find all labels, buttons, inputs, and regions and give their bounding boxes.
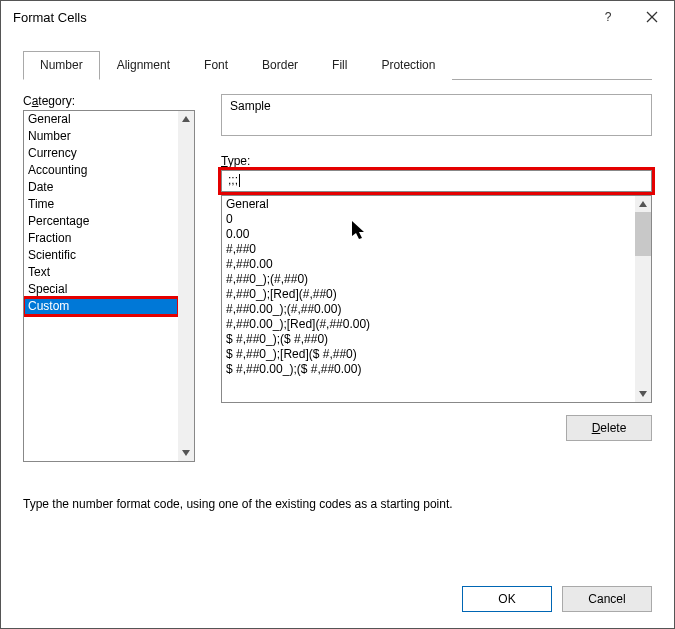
format-item[interactable]: 0 [226,212,631,227]
category-item-custom[interactable]: Custom [24,298,178,315]
category-item[interactable]: Fraction [24,230,178,247]
right-pane: Sample Type: ;;; General 0 0.00 #,##0 #,… [221,94,652,462]
format-item[interactable]: #,##0_);[Red](#,##0) [226,287,631,302]
scroll-thumb[interactable] [635,212,651,256]
tab-number[interactable]: Number [23,51,100,80]
format-items: General 0 0.00 #,##0 #,##0.00 #,##0_);(#… [222,196,635,402]
category-item[interactable]: Special [24,281,178,298]
category-listbox[interactable]: General Number Currency Accounting Date … [23,110,195,462]
scroll-up-icon[interactable] [635,196,651,212]
category-label: Category: [23,94,195,108]
format-item[interactable]: $ #,##0_);[Red]($ #,##0) [226,347,631,362]
dialog-footer: OK Cancel [462,586,652,612]
category-item[interactable]: Currency [24,145,178,162]
format-item[interactable]: $ #,##0_);($ #,##0) [226,332,631,347]
format-item[interactable]: 0.00 [226,227,631,242]
tab-border[interactable]: Border [245,51,315,80]
scroll-up-icon[interactable] [178,111,194,127]
category-items: General Number Currency Accounting Date … [24,111,178,461]
text-caret [239,174,240,187]
mouse-cursor-icon [352,221,368,244]
category-scrollbar[interactable] [178,111,194,461]
svg-marker-2 [182,116,190,122]
tab-font[interactable]: Font [187,51,245,80]
dialog-title: Format Cells [13,10,586,25]
type-input-value: ;;; [228,173,238,187]
category-item[interactable]: Time [24,196,178,213]
category-item[interactable]: Number [24,128,178,145]
delete-row: Delete [221,415,652,441]
close-icon [646,11,658,23]
category-item[interactable]: Scientific [24,247,178,264]
format-item[interactable]: #,##0_);(#,##0) [226,272,631,287]
help-button[interactable]: ? [586,2,630,32]
svg-marker-4 [639,201,647,207]
cancel-button[interactable]: Cancel [562,586,652,612]
svg-marker-5 [639,391,647,397]
format-listbox[interactable]: General 0 0.00 #,##0 #,##0.00 #,##0_);(#… [221,195,652,403]
dialog-body: Category: General Number Currency Accoun… [1,80,674,462]
scroll-down-icon[interactable] [178,445,194,461]
category-item[interactable]: Date [24,179,178,196]
left-pane: Category: General Number Currency Accoun… [23,94,195,462]
ok-button[interactable]: OK [462,586,552,612]
delete-button[interactable]: Delete [566,415,652,441]
svg-marker-3 [182,450,190,456]
type-label: Type: [221,154,652,168]
close-button[interactable] [630,2,674,32]
tab-alignment[interactable]: Alignment [100,51,187,80]
tab-protection[interactable]: Protection [364,51,452,80]
help-icon: ? [605,10,612,24]
hint-text: Type the number format code, using one o… [23,497,453,511]
category-item[interactable]: Accounting [24,162,178,179]
tab-fill[interactable]: Fill [315,51,364,80]
tab-row: Number Alignment Font Border Fill Protec… [23,51,674,80]
sample-label: Sample [230,99,643,113]
category-item[interactable]: Percentage [24,213,178,230]
format-item[interactable]: #,##0.00 [226,257,631,272]
titlebar: Format Cells ? [1,1,674,33]
sample-box: Sample [221,94,652,136]
format-item[interactable]: $ #,##0.00_);($ #,##0.00) [226,362,631,377]
svg-marker-6 [352,221,364,239]
category-item[interactable]: Text [24,264,178,281]
category-item[interactable]: General [24,111,178,128]
type-input[interactable]: ;;; [221,170,652,192]
format-item[interactable]: General [226,197,631,212]
format-item[interactable]: #,##0.00_);[Red](#,##0.00) [226,317,631,332]
scroll-down-icon[interactable] [635,386,651,402]
format-item[interactable]: #,##0 [226,242,631,257]
format-item[interactable]: #,##0.00_);(#,##0.00) [226,302,631,317]
